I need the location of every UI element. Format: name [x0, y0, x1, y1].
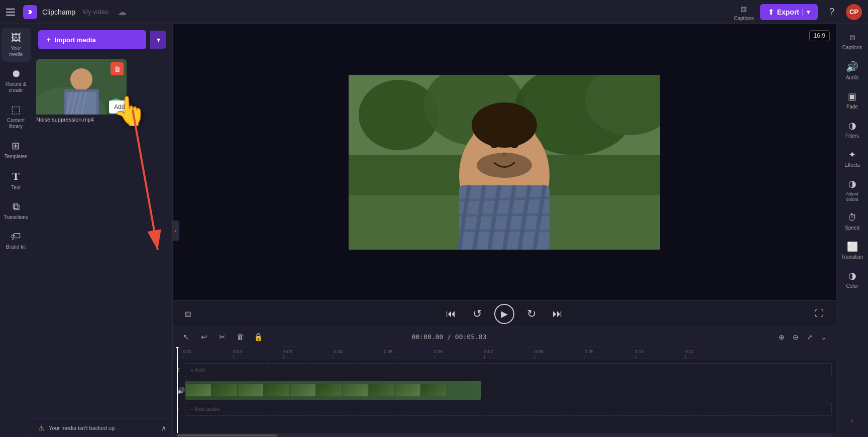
topbar-left: Clipchamp My video ☁	[6, 5, 127, 19]
play-pause-button[interactable]: ▶	[494, 304, 514, 324]
panel-footer[interactable]: ⚠ Your media isn't backed up ∧	[32, 418, 172, 437]
select-tool-button[interactable]: ↖	[179, 330, 193, 344]
clip-thumb-10	[421, 384, 446, 396]
clip-thumb-5	[290, 384, 315, 396]
backup-warning-icon: ⚠	[38, 424, 45, 432]
sidebar-item-content-library[interactable]: ⬚ Content library	[2, 99, 31, 134]
zoom-in-button[interactable]: ⊕	[776, 331, 788, 343]
brand-label: Brand kit	[6, 244, 26, 250]
sidebar-item-templates[interactable]: ⊞ Templates	[2, 136, 31, 164]
user-avatar[interactable]: CP	[846, 4, 862, 20]
record-icon: ⏺	[11, 68, 21, 79]
captions-topbar-button[interactable]: ⧈ Captions	[734, 3, 753, 21]
add-text-button[interactable]: + Add	[185, 363, 832, 377]
content-library-icon: ⬚	[11, 103, 21, 116]
ruler-mark-8: 0:08	[534, 349, 585, 359]
sidebar-item-color-right[interactable]: ◑ Color	[838, 266, 867, 293]
collapse-timeline-button[interactable]: ⌄	[818, 331, 830, 343]
hamburger-menu-button[interactable]	[6, 6, 18, 18]
rewind-button[interactable]: ↺	[468, 305, 486, 323]
skip-to-end-button[interactable]: ⏭	[549, 305, 567, 323]
transitions-label: Transitions	[4, 214, 28, 221]
export-button[interactable]: ⬆ Export ▾	[760, 4, 818, 20]
fade-right-icon: ▣	[848, 91, 856, 102]
scrollbar-track[interactable]	[177, 434, 832, 436]
sidebar-item-speed-right[interactable]: ⏱ Speed	[838, 208, 867, 235]
svg-point-27	[477, 153, 532, 178]
cut-tool-button[interactable]: ✂	[215, 330, 229, 344]
fade-right-label: Fade	[846, 104, 858, 110]
fullscreen-button[interactable]: ⛶	[815, 308, 824, 319]
clip-thumb-7	[343, 384, 368, 396]
media-item[interactable]: ✓ 🗑 Add to timeline Noise suppression.mp…	[36, 59, 127, 125]
record-label: Record &create	[6, 81, 27, 93]
collapse-right-sidebar-button[interactable]: ›	[844, 412, 860, 429]
scrollbar-thumb[interactable]	[177, 434, 277, 436]
filters-right-icon: ◑	[848, 120, 856, 131]
sidebar-item-captions-right[interactable]: ⧈ Captions	[838, 28, 867, 55]
sidebar-item-record[interactable]: ⏺ Record &create	[2, 64, 31, 97]
add-audio-button[interactable]: + Add audio	[185, 402, 832, 416]
ruler-mark-3: 0:03	[283, 349, 334, 359]
sidebar-item-transition-right[interactable]: ⬜ Transition	[838, 237, 867, 264]
forward-button[interactable]: ↻	[522, 305, 540, 323]
topbar-right: ⧈ Captions ⬆ Export ▾ ? CP	[734, 3, 862, 21]
playhead[interactable]	[177, 347, 178, 433]
left-sidebar: 🖼 Your media ⏺ Record &create ⬚ Content …	[0, 24, 32, 437]
captions-right-icon: ⧈	[849, 32, 855, 43]
timeline-toolbar: ↖ ↩ ✂ 🗑 🔒 00:00.00 / 00:05.83 ⊕ ⊖ ⤢ ⌄	[173, 327, 836, 347]
timeline-scrollbar[interactable]	[173, 433, 836, 437]
import-dropdown-button[interactable]: ▾	[150, 31, 166, 49]
zoom-out-button[interactable]: ⊖	[790, 331, 802, 343]
sidebar-item-fade-right[interactable]: ▣ Fade	[838, 87, 867, 114]
brand-icon: 🏷	[11, 231, 21, 242]
undo-button[interactable]: ↩	[197, 330, 211, 344]
filters-right-label: Filters	[845, 133, 859, 139]
backup-expand-button[interactable]: ∧	[161, 424, 166, 432]
sidebar-item-adjust-colors-right[interactable]: ◑ Adjust colors	[838, 174, 867, 206]
collapse-right-icon: ›	[851, 416, 853, 425]
total-time: 00:05.83	[455, 333, 487, 341]
captions-right-label: Captions	[842, 45, 862, 51]
ruler-mark-10: 0:10	[635, 349, 685, 359]
ruler-mark-7: 0:07	[484, 349, 534, 359]
video-title[interactable]: My video	[82, 8, 108, 16]
fit-timeline-button[interactable]: ⤢	[804, 331, 816, 343]
import-media-button[interactable]: ＋ Import media	[38, 30, 146, 49]
panel-content: ✓ 🗑 Add to timeline Noise suppression.mp…	[32, 55, 172, 418]
video-clip[interactable]	[185, 381, 481, 400]
center-area: 16:9	[173, 24, 836, 437]
sidebar-item-text[interactable]: T Text	[2, 166, 31, 195]
captions-mini-button[interactable]: ⧈	[185, 308, 191, 319]
help-button[interactable]: ?	[824, 4, 840, 20]
audio-track-label: ♪	[177, 405, 185, 412]
sidebar-item-your-media[interactable]: 🖼 Your media	[2, 28, 31, 62]
delete-media-button[interactable]: 🗑	[111, 62, 124, 75]
sidebar-item-filters-right[interactable]: ◑ Filters	[838, 116, 867, 143]
media-panel: ＋ Import media ▾	[32, 24, 173, 437]
effects-right-label: Effects	[844, 162, 859, 168]
sidebar-item-audio-right[interactable]: 🔊 Audio	[838, 57, 867, 85]
delete-tool-button[interactable]: 🗑	[233, 330, 247, 344]
aspect-ratio-badge[interactable]: 16:9	[809, 30, 830, 41]
lock-tool-button[interactable]: 🔒	[251, 330, 265, 344]
skip-to-start-button[interactable]: ⏮	[442, 305, 460, 323]
sidebar-item-brand[interactable]: 🏷 Brand kit	[2, 227, 31, 254]
timeline-content: 0:01 0:02 0:03 0:04	[173, 347, 836, 433]
audio-track-content[interactable]: + Add audio	[185, 402, 832, 416]
panel-collapse-button[interactable]: ‹	[172, 221, 179, 241]
export-icon: ⬆	[768, 8, 774, 16]
text-label: Text	[11, 185, 20, 191]
export-dropdown-arrow[interactable]: ▾	[802, 9, 810, 16]
sidebar-item-transitions[interactable]: ⧉ Transitions	[2, 197, 31, 225]
playhead-triangle	[174, 347, 180, 349]
sidebar-item-effects-right[interactable]: ✦ Effects	[838, 145, 867, 172]
content-library-label: Content library	[4, 118, 29, 130]
effects-right-icon: ✦	[848, 149, 856, 160]
transitions-icon: ⧉	[13, 201, 20, 212]
your-media-label: Your media	[4, 46, 29, 58]
app-logo	[23, 5, 37, 19]
video-track-content[interactable]	[185, 381, 832, 400]
text-track-label: T	[177, 367, 185, 373]
ruler-mark-6: 0:06	[434, 349, 484, 359]
